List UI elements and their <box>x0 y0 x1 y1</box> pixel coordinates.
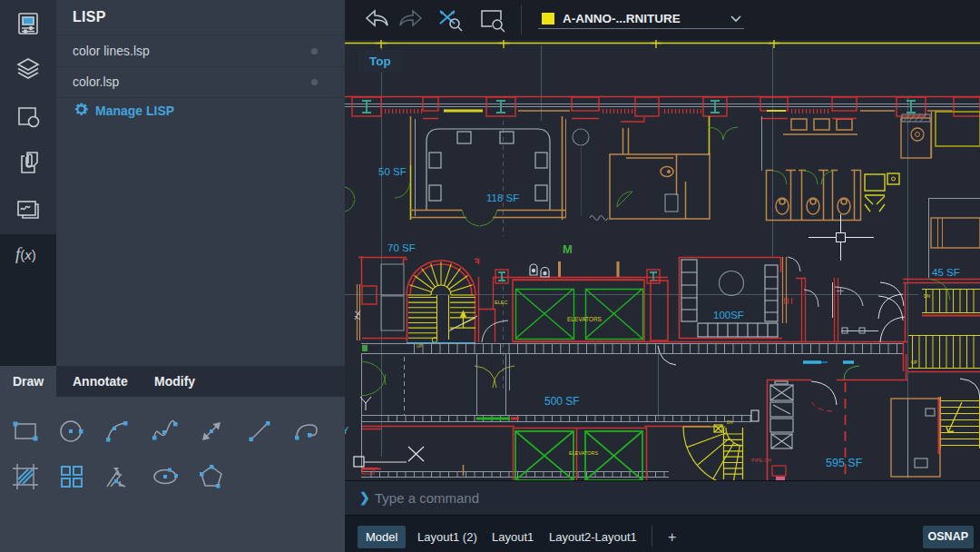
svg-text:595 SF: 595 SF <box>826 457 863 469</box>
svg-text:45 SF: 45 SF <box>932 267 960 278</box>
svg-text:Y: Y <box>345 425 349 436</box>
svg-text:100SF: 100SF <box>713 310 744 320</box>
svg-text:70 SF: 70 SF <box>387 242 416 253</box>
svg-text:DN: DN <box>727 420 733 425</box>
svg-text:PIPE CH: PIPE CH <box>751 458 771 463</box>
svg-text:ELEC: ELEC <box>495 300 507 305</box>
svg-text:ELEVATORS: ELEVATORS <box>567 316 603 322</box>
svg-text:DN: DN <box>924 293 931 299</box>
svg-text:M: M <box>563 242 573 256</box>
svg-text:500 SF: 500 SF <box>544 395 580 408</box>
svg-text:UP: UP <box>911 360 918 365</box>
svg-text:ELEVATORS: ELEVATORS <box>569 450 598 456</box>
svg-text:50 SF: 50 SF <box>378 166 407 177</box>
svg-text:118 SF: 118 SF <box>486 192 519 203</box>
